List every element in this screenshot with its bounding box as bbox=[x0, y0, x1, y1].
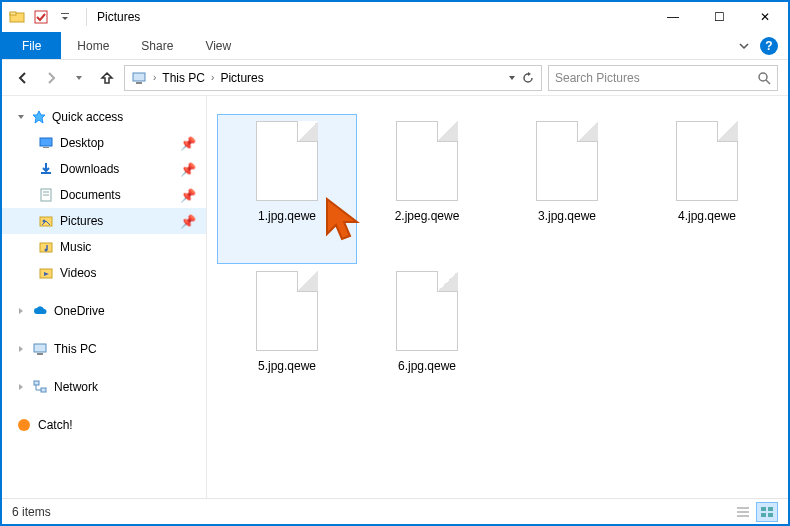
search-input[interactable]: Search Pictures bbox=[548, 65, 778, 91]
file-icon bbox=[396, 271, 458, 351]
videos-icon bbox=[38, 265, 54, 281]
file-item[interactable]: 6.jpg.qewe bbox=[357, 264, 497, 414]
svg-rect-9 bbox=[43, 147, 49, 148]
chevron-right-icon bbox=[16, 306, 26, 316]
chevron-right-icon bbox=[16, 344, 26, 354]
svg-rect-10 bbox=[41, 172, 51, 174]
recent-dropdown-icon[interactable] bbox=[68, 67, 90, 89]
window-title: Pictures bbox=[86, 8, 140, 26]
sidebar-catch[interactable]: Catch! bbox=[2, 412, 206, 438]
file-item[interactable]: 5.jpg.qewe bbox=[217, 264, 357, 414]
view-details-button[interactable] bbox=[732, 502, 754, 522]
tab-share[interactable]: Share bbox=[125, 32, 189, 59]
svg-rect-21 bbox=[34, 381, 39, 385]
sidebar-item-desktop[interactable]: Desktop 📌 bbox=[2, 130, 206, 156]
sidebar-item-downloads[interactable]: Downloads 📌 bbox=[2, 156, 206, 182]
window-controls: — ☐ ✕ bbox=[650, 2, 788, 32]
file-item[interactable]: 2.jpeg.qewe bbox=[357, 114, 497, 264]
minimize-button[interactable]: — bbox=[650, 2, 696, 32]
file-item[interactable]: 1.jpg.qewe bbox=[217, 114, 357, 264]
folder-icon bbox=[6, 6, 28, 28]
sidebar-item-label: Downloads bbox=[60, 162, 119, 176]
sidebar-item-pictures[interactable]: Pictures 📌 bbox=[2, 208, 206, 234]
sidebar-item-documents[interactable]: Documents 📌 bbox=[2, 182, 206, 208]
ribbon-tabs: File Home Share View ? bbox=[2, 32, 788, 60]
file-icon bbox=[256, 271, 318, 351]
tab-view[interactable]: View bbox=[189, 32, 247, 59]
address-bar[interactable]: › This PC › Pictures bbox=[124, 65, 542, 91]
forward-button[interactable] bbox=[40, 67, 62, 89]
up-button[interactable] bbox=[96, 67, 118, 89]
chevron-right-icon bbox=[16, 382, 26, 392]
sidebar-item-music[interactable]: Music bbox=[2, 234, 206, 260]
sidebar-item-label: Desktop bbox=[60, 136, 104, 150]
file-pane[interactable]: 1.jpg.qewe 2.jpeg.qewe 3.jpg.qewe 4.jpg.… bbox=[207, 96, 788, 498]
file-name: 6.jpg.qewe bbox=[398, 359, 456, 373]
back-button[interactable] bbox=[12, 67, 34, 89]
sidebar-item-label: Quick access bbox=[52, 110, 123, 124]
cloud-icon bbox=[32, 303, 48, 319]
sidebar-network[interactable]: Network bbox=[2, 374, 206, 400]
svg-rect-30 bbox=[768, 513, 773, 517]
svg-rect-27 bbox=[761, 507, 766, 511]
refresh-icon[interactable] bbox=[521, 71, 535, 85]
quick-access-toolbar bbox=[2, 6, 80, 28]
pc-icon bbox=[32, 341, 48, 357]
close-button[interactable]: ✕ bbox=[742, 2, 788, 32]
svg-rect-28 bbox=[768, 507, 773, 511]
ribbon-expand-icon[interactable] bbox=[738, 40, 750, 52]
sidebar-quick-access[interactable]: Quick access bbox=[2, 104, 206, 130]
sidebar-item-videos[interactable]: Videos bbox=[2, 260, 206, 286]
svg-rect-22 bbox=[41, 388, 46, 392]
file-item[interactable]: 3.jpg.qewe bbox=[497, 114, 637, 264]
sidebar-item-label: Pictures bbox=[60, 214, 103, 228]
svg-rect-4 bbox=[133, 73, 145, 81]
explorer-window: Pictures — ☐ ✕ File Home Share View ? › … bbox=[0, 0, 790, 526]
downloads-icon bbox=[38, 161, 54, 177]
file-name: 4.jpg.qewe bbox=[678, 209, 736, 223]
svg-rect-20 bbox=[37, 353, 43, 355]
tab-file[interactable]: File bbox=[2, 32, 61, 59]
sidebar-item-label: Network bbox=[54, 380, 98, 394]
svg-line-7 bbox=[766, 80, 770, 84]
tab-home[interactable]: Home bbox=[61, 32, 125, 59]
breadcrumb-thispc[interactable]: This PC bbox=[162, 71, 205, 85]
star-icon bbox=[32, 110, 46, 124]
nav-row: › This PC › Pictures Search Pictures bbox=[2, 60, 788, 96]
chevron-right-icon[interactable]: › bbox=[151, 72, 158, 83]
sidebar-onedrive[interactable]: OneDrive bbox=[2, 298, 206, 324]
svg-rect-2 bbox=[35, 11, 47, 23]
view-icons-button[interactable] bbox=[756, 502, 778, 522]
maximize-button[interactable]: ☐ bbox=[696, 2, 742, 32]
pictures-icon bbox=[38, 213, 54, 229]
documents-icon bbox=[38, 187, 54, 203]
titlebar: Pictures — ☐ ✕ bbox=[2, 2, 788, 32]
svg-point-17 bbox=[45, 249, 48, 252]
sidebar-item-label: Catch! bbox=[38, 418, 73, 432]
svg-rect-5 bbox=[136, 82, 142, 84]
file-icon bbox=[396, 121, 458, 201]
file-item[interactable]: 4.jpg.qewe bbox=[637, 114, 777, 264]
address-dropdown-icon[interactable] bbox=[507, 73, 517, 83]
help-icon[interactable]: ? bbox=[760, 37, 778, 55]
catch-icon bbox=[16, 417, 32, 433]
sidebar-thispc[interactable]: This PC bbox=[2, 336, 206, 362]
pin-icon: 📌 bbox=[180, 188, 196, 203]
svg-rect-19 bbox=[34, 344, 46, 352]
sidebar-item-label: Documents bbox=[60, 188, 121, 202]
pin-icon: 📌 bbox=[180, 162, 196, 177]
file-name: 5.jpg.qewe bbox=[258, 359, 316, 373]
chevron-right-icon[interactable]: › bbox=[209, 72, 216, 83]
svg-rect-29 bbox=[761, 513, 766, 517]
music-icon bbox=[38, 239, 54, 255]
breadcrumb-pictures[interactable]: Pictures bbox=[220, 71, 263, 85]
svg-rect-1 bbox=[10, 12, 16, 15]
navigation-pane: Quick access Desktop 📌 Downloads 📌 Docum… bbox=[2, 96, 207, 498]
network-icon bbox=[32, 379, 48, 395]
qat-dropdown-icon[interactable] bbox=[54, 6, 76, 28]
svg-point-6 bbox=[759, 73, 767, 81]
properties-icon[interactable] bbox=[30, 6, 52, 28]
sidebar-item-label: This PC bbox=[54, 342, 97, 356]
search-icon[interactable] bbox=[757, 71, 771, 85]
pin-icon: 📌 bbox=[180, 214, 196, 229]
